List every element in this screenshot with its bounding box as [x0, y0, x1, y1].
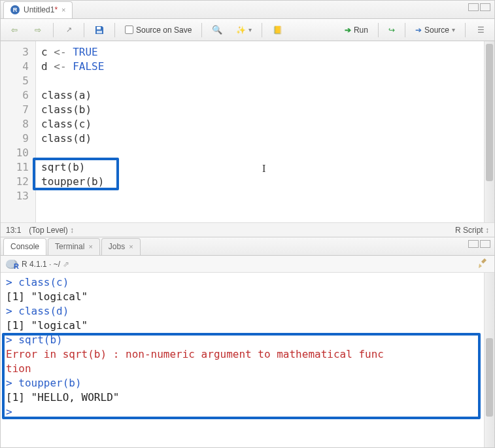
run-button[interactable]: ➔ Run: [340, 23, 373, 37]
editor-tabbar: R Untitled1* ×: [1, 1, 494, 19]
checkbox-icon: [125, 26, 133, 34]
code-line: d <- FALSE: [41, 60, 479, 74]
cursor-position: 13:1: [6, 226, 21, 235]
wand-icon: [235, 25, 246, 35]
editor-statusbar: 13:1 (Top Level) R Script: [1, 222, 494, 237]
code-text[interactable]: c <- TRUEd <- FALSE class(a)class(b)clas…: [36, 41, 484, 222]
console-line: > sqrt(b): [6, 333, 479, 347]
notebook-icon: [272, 25, 282, 35]
r-logo-icon: [6, 260, 18, 269]
arrow-right-icon: [33, 25, 43, 35]
source-on-save-checkbox[interactable]: Source on Save: [120, 23, 196, 37]
console-body[interactable]: > class(c)[1] "logical"> class(d)[1] "lo…: [1, 273, 494, 448]
broom-icon: [477, 258, 489, 268]
console-line: > class(c): [6, 275, 479, 290]
code-line: class(c): [41, 117, 479, 131]
console-header: R 4.1.1 · ~/ ⇗: [1, 256, 494, 273]
code-line: [41, 189, 479, 203]
console-line: [1] "logical": [6, 290, 479, 304]
source-arrow-icon: ➔: [415, 26, 422, 35]
separator: [465, 23, 466, 37]
code-line: class(a): [41, 88, 479, 103]
editor-tab-untitled1[interactable]: R Untitled1* ×: [3, 1, 73, 18]
code-area[interactable]: 345678910111213 c <- TRUEd <- FALSE clas…: [1, 41, 494, 222]
console-line: [1] "logical": [6, 319, 479, 333]
save-button[interactable]: [90, 22, 109, 38]
compile-report-button[interactable]: [267, 22, 287, 38]
separator: [53, 23, 54, 37]
clear-console-button[interactable]: [477, 258, 489, 270]
close-icon[interactable]: ×: [88, 243, 92, 250]
code-line: class(b): [41, 103, 479, 117]
console-header-text: R 4.1.1 · ~/: [22, 260, 60, 269]
code-tools-button[interactable]: [231, 22, 256, 38]
close-icon[interactable]: ×: [61, 6, 65, 14]
run-arrow-icon: ➔: [345, 26, 351, 35]
popout-icon[interactable]: ⇗: [63, 260, 69, 269]
find-replace-button[interactable]: [207, 22, 227, 38]
console-line: Error in sqrt(b) : non-numeric argument …: [6, 347, 479, 362]
scope-selector[interactable]: (Top Level): [29, 226, 74, 235]
show-in-new-window-button[interactable]: [59, 22, 78, 38]
console-line: [1] "HELLO, WORLD": [6, 390, 479, 405]
editor-scrollbar[interactable]: [484, 41, 494, 222]
separator: [405, 23, 405, 37]
save-icon: [94, 25, 105, 35]
tab-jobs[interactable]: Jobs ×: [101, 238, 141, 255]
pane-window-buttons[interactable]: [468, 240, 490, 248]
line-gutter: 345678910111213: [1, 41, 36, 222]
code-line: class(d): [41, 131, 479, 146]
separator: [201, 23, 202, 37]
popout-icon: [63, 25, 74, 35]
code-line: sqrt(b): [41, 160, 479, 175]
tab-console[interactable]: Console: [3, 238, 46, 255]
tab-jobs-label: Jobs: [109, 242, 125, 251]
pane-window-buttons[interactable]: [468, 3, 490, 11]
separator: [114, 23, 115, 37]
outline-button[interactable]: [471, 22, 490, 38]
scrollbar-thumb[interactable]: [486, 44, 493, 181]
nav-back-button[interactable]: [5, 22, 24, 38]
console-pane: Console Terminal × Jobs × R 4.1.1 · ~/ ⇗…: [1, 237, 494, 448]
console-text[interactable]: > class(c)[1] "logical"> class(d)[1] "lo…: [1, 273, 484, 448]
separator: [84, 23, 84, 37]
source-button[interactable]: ➔ Source: [411, 23, 460, 37]
file-type-selector[interactable]: R Script: [455, 226, 489, 235]
minimize-pane-icon[interactable]: [468, 240, 479, 248]
separator: [262, 23, 262, 37]
code-line: toupper(b): [41, 175, 479, 189]
rerun-icon: ↪: [388, 26, 395, 35]
maximize-pane-icon[interactable]: [480, 3, 490, 11]
outline-icon: [475, 25, 486, 35]
tab-terminal[interactable]: Terminal ×: [48, 238, 100, 255]
editor-pane: R Untitled1* × Source on Save ➔ Run: [1, 1, 494, 237]
search-icon: [212, 25, 222, 35]
code-line: [41, 146, 479, 160]
console-scrollbar[interactable]: [484, 273, 494, 448]
console-line: > class(d): [6, 304, 479, 319]
editor-toolbar: Source on Save ➔ Run ↪ ➔ Source: [1, 19, 494, 41]
code-line: [41, 74, 479, 88]
rerun-button[interactable]: ↪: [384, 23, 400, 37]
tab-terminal-label: Terminal: [55, 242, 84, 251]
source-label: Source: [424, 26, 449, 35]
code-line: c <- TRUE: [41, 45, 479, 60]
svg-rect-1: [97, 31, 102, 33]
r-file-icon: R: [10, 5, 20, 14]
scrollbar-thumb[interactable]: [486, 338, 493, 417]
console-line: >: [6, 405, 479, 419]
maximize-pane-icon[interactable]: [480, 240, 490, 248]
source-on-save-label: Source on Save: [136, 26, 192, 35]
tab-console-label: Console: [10, 242, 39, 251]
minimize-pane-icon[interactable]: [468, 3, 479, 11]
run-label: Run: [354, 26, 368, 35]
separator: [378, 23, 379, 37]
console-tabbar: Console Terminal × Jobs ×: [1, 237, 494, 256]
console-line: > toupper(b): [6, 376, 479, 390]
svg-rect-0: [97, 27, 101, 29]
arrow-left-icon: [9, 25, 20, 35]
console-line: tion: [6, 362, 479, 376]
editor-tab-label: Untitled1*: [24, 5, 58, 14]
close-icon[interactable]: ×: [129, 243, 133, 250]
nav-forward-button[interactable]: [28, 22, 48, 38]
